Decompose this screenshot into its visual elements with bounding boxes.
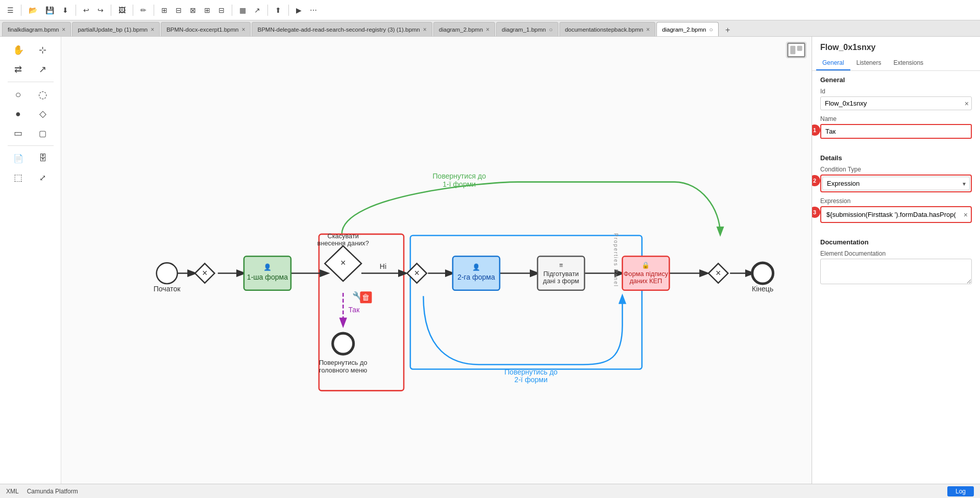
- svg-text:🗑: 🗑: [362, 293, 370, 302]
- tool-row-5: ▭ ▢: [7, 124, 54, 142]
- element-doc-textarea[interactable]: [820, 259, 972, 284]
- svg-text:Початок: Початок: [154, 285, 181, 293]
- name-input[interactable]: [820, 124, 972, 139]
- tab-diagram2b[interactable]: diagram_2.bpmn ○: [656, 22, 719, 36]
- tool-row-3: ○ ◌: [7, 85, 54, 104]
- upload-button[interactable]: ⬆: [272, 4, 284, 16]
- filled-circle-tool[interactable]: ●: [7, 105, 30, 123]
- tab-extensions[interactable]: Extensions: [887, 56, 929, 70]
- redo-button[interactable]: ↪: [94, 4, 107, 16]
- tab-close-icon[interactable]: ×: [646, 27, 650, 33]
- tab-close-icon[interactable]: ○: [709, 27, 713, 33]
- condition-type-select[interactable]: -- select -- Expression Script: [822, 177, 970, 190]
- general-section-title: General: [820, 76, 972, 84]
- edit-button[interactable]: ✏: [137, 4, 150, 16]
- sep8: [288, 5, 289, 16]
- rounded-rect-tool[interactable]: ▢: [32, 124, 54, 142]
- save-button[interactable]: 💾: [42, 4, 57, 16]
- canvas[interactable]: Повернутися до 1-ї форми Повернутись до …: [61, 37, 812, 484]
- page-tool[interactable]: 📄: [7, 149, 30, 167]
- svg-rect-8: [410, 235, 642, 369]
- minimap-button[interactable]: [786, 42, 806, 58]
- expression-clear-button[interactable]: ×: [964, 211, 968, 219]
- sep1: [21, 5, 21, 16]
- diamond-tool[interactable]: ◇: [32, 105, 54, 123]
- element-doc-field: Element Documentation: [820, 250, 972, 286]
- tab-bar: finalkdiagram.bpmn × partialUpdate_bp (1…: [0, 20, 980, 37]
- tool-row-7: ⬚ ⤢: [7, 168, 54, 187]
- frame-tool[interactable]: ⬚: [7, 168, 30, 187]
- condition-type-select-wrap: -- select -- Expression Script: [820, 175, 972, 192]
- tab-close-icon[interactable]: ○: [549, 27, 552, 33]
- add-tab-button[interactable]: +: [722, 24, 734, 36]
- xml-label[interactable]: XML: [6, 488, 19, 495]
- id-clear-button[interactable]: ×: [965, 99, 969, 108]
- tab-label: diagram_2.bpmn: [439, 27, 483, 33]
- tab-docstepback[interactable]: documentationstepback.bpmn ×: [559, 22, 655, 36]
- id-field: Id ×: [820, 88, 972, 110]
- tab-close-icon[interactable]: ×: [241, 27, 245, 33]
- tab-listeners[interactable]: Listeners: [850, 56, 888, 70]
- tab-diagram1[interactable]: diagram_1.bpmn ○: [496, 22, 558, 36]
- tab-label: documentationstepback.bpmn: [565, 27, 643, 33]
- align-left-button[interactable]: ⊞: [158, 4, 170, 16]
- svg-text:Повернутися до: Повернутися до: [433, 172, 486, 180]
- linechart-button[interactable]: ↗: [251, 4, 263, 16]
- tab-label: BPMN-delegate-add-read-search-second-reg…: [257, 27, 420, 33]
- badge-3: 3: [812, 207, 820, 218]
- distribute-v-button[interactable]: ⊟: [215, 4, 228, 16]
- tab-label: diagram_1.bpmn: [502, 27, 546, 33]
- tab-close-icon[interactable]: ×: [62, 27, 65, 33]
- main-area: ✋ ⊹ ⇄ ↗ ○ ◌ ● ◇ ▭ ▢ 📄 🗄 ⬚ ⤢: [0, 37, 980, 484]
- align-right-button[interactable]: ⊠: [187, 4, 199, 16]
- circle-tool[interactable]: ○: [7, 85, 30, 104]
- svg-text:Кінець: Кінець: [752, 285, 773, 293]
- svg-text:Так: Так: [348, 306, 360, 314]
- align-center-button[interactable]: ⊟: [173, 4, 185, 16]
- download-button[interactable]: ⬇: [59, 4, 71, 16]
- svg-text:×: ×: [340, 258, 346, 268]
- barchart-button[interactable]: ▦: [236, 4, 249, 16]
- tab-diagram2a[interactable]: diagram_2.bpmn ×: [433, 22, 495, 36]
- tab-partialupdate[interactable]: partialUpdate_bp (1).bpmn ×: [72, 22, 160, 36]
- svg-text:🔒: 🔒: [642, 261, 650, 269]
- dashed-circle-tool[interactable]: ◌: [32, 85, 54, 104]
- expression-input[interactable]: [822, 208, 970, 221]
- svg-point-50: [752, 263, 773, 284]
- svg-text:×: ×: [716, 268, 721, 278]
- tab-close-icon[interactable]: ×: [151, 27, 154, 33]
- svg-text:даних КЕП: даних КЕП: [629, 277, 662, 285]
- toolbar: ☰ 📂 💾 ⬇ ↩ ↪ 🖼 ✏ ⊞ ⊟ ⊠ ⊞ ⊟ ▦ ↗ ⬆ ▶ ⋯: [0, 0, 980, 20]
- id-input[interactable]: [820, 96, 972, 110]
- tab-finalkdiagram[interactable]: finalkdiagram.bpmn ×: [2, 22, 71, 36]
- condition-type-field: 2 Condition Type -- select -- Expression…: [820, 166, 972, 192]
- more-button[interactable]: ⋯: [307, 4, 320, 16]
- rect-tool[interactable]: ▭: [7, 124, 30, 142]
- tab-bpmndelegate[interactable]: BPMN-delegate-add-read-search-second-reg…: [252, 22, 432, 36]
- open-button[interactable]: 📂: [26, 4, 40, 16]
- marquee-tool[interactable]: ⊹: [32, 41, 54, 59]
- hand-tool[interactable]: ✋: [7, 41, 30, 59]
- props-header: Flow_0x1snxy: [812, 37, 980, 56]
- tab-close-icon[interactable]: ×: [486, 27, 489, 33]
- badge-1: 1: [812, 124, 820, 136]
- diagram-svg: Повернутися до 1-ї форми Повернутись до …: [61, 37, 812, 484]
- image-button[interactable]: 🖼: [115, 4, 129, 16]
- badge-2: 2: [812, 175, 820, 186]
- expand-tool[interactable]: ⤢: [32, 168, 54, 187]
- tab-bpmndocx[interactable]: BPMN-docx-excerpt1.bpmn ×: [161, 22, 251, 36]
- menu-button[interactable]: ☰: [4, 4, 17, 16]
- connect-tool[interactable]: ⇄: [7, 60, 30, 79]
- distribute-h-button[interactable]: ⊞: [201, 4, 213, 16]
- tool-row-2: ⇄ ↗: [7, 60, 54, 79]
- id-input-wrapper: ×: [820, 96, 972, 110]
- undo-button[interactable]: ↩: [80, 4, 92, 16]
- db-tool[interactable]: 🗄: [32, 149, 54, 167]
- log-button[interactable]: Log: [947, 486, 974, 496]
- sep3: [111, 5, 111, 16]
- play-button[interactable]: ▶: [293, 4, 305, 16]
- arrow-tool[interactable]: ↗: [32, 60, 54, 79]
- tab-close-icon[interactable]: ×: [423, 27, 427, 33]
- tool-row-4: ● ◇: [7, 105, 54, 123]
- tab-general[interactable]: General: [816, 56, 850, 70]
